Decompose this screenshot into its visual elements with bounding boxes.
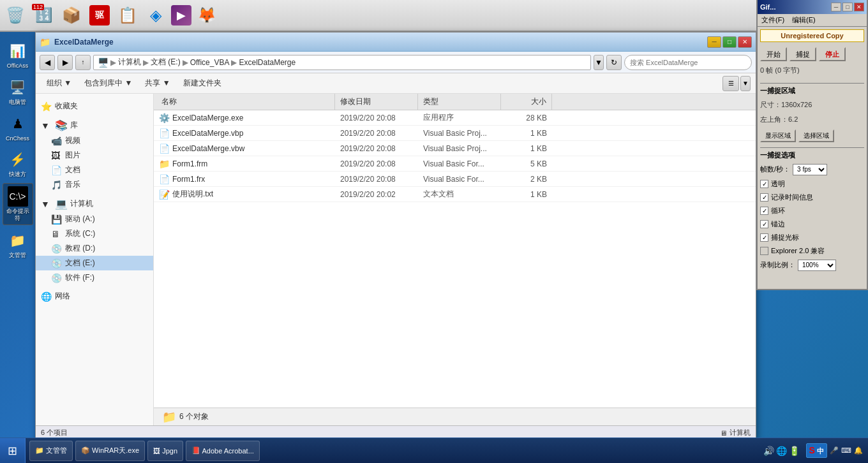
breadcrumb[interactable]: 🖥️ ▶ 计算机 ▶ 文档 (E:) ▶ Office_VBA ▶ ExcelD… xyxy=(93,55,591,70)
table-row[interactable]: 📄 ExcelDataMerge.vbw 2019/2/20 20:08 Vis… xyxy=(154,141,756,156)
nav-drive-e[interactable]: 💿 文档 (E:) xyxy=(36,256,153,270)
up-button[interactable]: ↑ xyxy=(75,55,91,70)
dropdown-button[interactable]: ▼ xyxy=(594,55,604,70)
app-112-icon[interactable]: 🔢 112 xyxy=(31,3,56,28)
file-type-cell: Visual Basic Proj... xyxy=(418,129,501,138)
app-vscode-icon[interactable]: ◈ xyxy=(143,3,168,28)
nav-photos[interactable]: 🖼 图片 xyxy=(36,148,153,163)
desktop-icon-cmd[interactable]: C:\> 命令提示符 xyxy=(3,183,33,225)
app-visual-studio-icon[interactable]: ▶ xyxy=(171,5,191,26)
col-header-name[interactable]: 名称 xyxy=(156,94,335,110)
view-dropdown-button[interactable]: ▼ xyxy=(740,76,751,91)
frame-info: 0 帧 (0 字节) xyxy=(760,65,864,77)
record-time-checkbox[interactable]: ✓ xyxy=(760,193,768,202)
nav-drive-a[interactable]: 💾 驱动 (A:) xyxy=(36,212,153,226)
tray-icon-3: 🔋 xyxy=(789,446,800,456)
input-icon-1[interactable]: 🎤 xyxy=(830,446,839,455)
table-row[interactable]: 📝 使用说明.txt 2019/2/20 20:02 文本文档 1 KB xyxy=(154,187,756,202)
recycle-bin-icon[interactable]: 🗑️ xyxy=(3,3,28,28)
gif-minimize-button[interactable]: ─ xyxy=(831,3,841,11)
language-button[interactable]: S 中 xyxy=(806,443,827,458)
file-size-cell: 1 KB xyxy=(501,190,552,199)
nav-library[interactable]: ▼ 📚 库 xyxy=(36,117,153,133)
include-library-button[interactable]: 包含到库中 ▼ xyxy=(79,75,138,92)
breadcrumb-computer[interactable]: 计算机 xyxy=(118,57,141,68)
select-area-button[interactable]: 选择区域 xyxy=(798,129,834,142)
stop-button[interactable]: 停止 xyxy=(819,47,846,61)
border-checkbox-row: ✓ 锚边 xyxy=(760,219,864,229)
table-row[interactable]: 📄 ExcelDataMerge.vbp 2019/2/20 20:08 Vis… xyxy=(154,126,756,141)
desktop-icon-officeass[interactable]: 📊 OfficAss xyxy=(3,38,33,72)
desktop-icon-cnchess[interactable]: ♟ CnChess xyxy=(3,111,33,145)
firefox-icon[interactable]: 🦊 xyxy=(194,3,220,28)
app-excel-icon[interactable]: 📋 xyxy=(115,3,140,28)
border-checkbox[interactable]: ✓ xyxy=(760,220,768,228)
table-row[interactable]: 📁 Form1.frm 2019/2/20 20:08 Visual Basic… xyxy=(154,156,756,172)
taskbar-item-jpgn[interactable]: 🖼 Jpgn xyxy=(147,441,183,461)
explorer-checkbox-row: Explorer 2.0 兼容 xyxy=(760,246,864,256)
transparent-checkbox[interactable]: ✓ xyxy=(760,180,768,188)
fps-select[interactable]: 3 fps 5 fps 10 fps xyxy=(793,164,827,175)
quicklaunch-label: 快速方 xyxy=(9,171,26,178)
table-row[interactable]: ⚙️ ExcelDataMerge.exe 2019/2/20 20:08 应用… xyxy=(154,110,756,126)
music-icon: 🎵 xyxy=(51,180,63,190)
photos-icon: 🖼 xyxy=(51,151,63,161)
nav-computer[interactable]: ▼ 💻 计算机 xyxy=(36,196,153,212)
close-button[interactable]: ✕ xyxy=(738,36,752,48)
app-box-icon[interactable]: 📦 xyxy=(59,3,84,28)
desktop-icon-filemanager[interactable]: 📁 文管管 xyxy=(3,228,33,261)
new-folder-button[interactable]: 新建文件夹 xyxy=(177,75,227,92)
nav-drive-d[interactable]: 💿 教程 (D:) xyxy=(36,241,153,256)
breadcrumb-drive[interactable]: 文档 (E:) xyxy=(151,57,181,68)
minimize-button[interactable]: ─ xyxy=(707,36,721,48)
app-drive-icon[interactable]: 驱 xyxy=(87,3,112,28)
library-expand-icon: ▼ xyxy=(41,121,52,131)
nav-network[interactable]: 🌐 网络 xyxy=(36,289,153,304)
toolbar: 组织 ▼ 包含到库中 ▼ 共享 ▼ 新建文件夹 ☰ ▼ xyxy=(36,73,756,94)
nav-drive-f[interactable]: 💿 软件 (F:) xyxy=(36,270,153,285)
breadcrumb-office[interactable]: Office_VBA xyxy=(190,58,230,67)
input-icon-3[interactable]: 🔔 xyxy=(854,446,863,455)
share-button[interactable]: 共享 ▼ xyxy=(139,75,176,92)
gif-menu-file[interactable]: 文件(F) xyxy=(760,15,786,25)
organize-button[interactable]: 组织 ▼ xyxy=(41,75,77,92)
breadcrumb-folder[interactable]: ExcelDataMerge xyxy=(239,58,296,67)
nav-favorites[interactable]: ⭐ 收藏夹 xyxy=(36,99,153,114)
record-ratio-row: 录制比例： 100% 75% 50% xyxy=(760,260,864,271)
view-list-button[interactable]: ☰ xyxy=(722,76,739,91)
taskbar-item-winrar[interactable]: 📦 WinRAR天.exe xyxy=(75,441,145,461)
explorer-checkbox[interactable] xyxy=(760,247,768,255)
desktop-icon-pcmanager[interactable]: 🖥️ 电脑管 xyxy=(3,75,33,108)
taskbar-item-filemanager[interactable]: 📁 文管管 xyxy=(29,441,73,461)
maximize-button[interactable]: □ xyxy=(722,36,737,48)
pcmanager-label: 电脑管 xyxy=(9,99,26,106)
refresh-button[interactable]: ↻ xyxy=(606,55,622,70)
record-ratio-select[interactable]: 100% 75% 50% xyxy=(798,260,836,271)
gif-menu-edit[interactable]: 编辑(E) xyxy=(791,15,817,25)
window-controls: ─ □ ✕ xyxy=(707,36,752,48)
capture-button[interactable]: 捕捉 xyxy=(789,47,816,61)
nav-video[interactable]: 📹 视频 xyxy=(36,133,153,148)
gif-close-button[interactable]: ✕ xyxy=(854,3,864,11)
col-header-type[interactable]: 类型 xyxy=(418,94,501,110)
desktop-icon-quicklaunch[interactable]: ⚡ 快速方 xyxy=(3,147,33,180)
address-bar: ◀ ▶ ↑ 🖥️ ▶ 计算机 ▶ 文档 (E:) ▶ Office_VBA ▶ … xyxy=(36,52,756,73)
show-area-button[interactable]: 显示区域 xyxy=(760,129,796,142)
input-icon-2[interactable]: ⌨ xyxy=(841,446,851,455)
nav-music[interactable]: 🎵 音乐 xyxy=(36,177,153,192)
start-button[interactable]: ⊞ xyxy=(0,438,26,464)
vbp-icon: 📄 xyxy=(159,128,170,138)
nav-documents[interactable]: 📄 文档 xyxy=(36,163,153,177)
nav-drive-c[interactable]: 🖥 系统 (C:) xyxy=(36,226,153,241)
forward-button[interactable]: ▶ xyxy=(57,55,73,70)
table-row[interactable]: 📄 Form1.frx 2019/2/20 20:08 Visual Basic… xyxy=(154,172,756,187)
loop-checkbox[interactable]: ✓ xyxy=(760,207,768,215)
taskbar-item-adobe[interactable]: 📕 Adobe Acrobat... xyxy=(186,441,260,461)
search-input[interactable] xyxy=(624,55,752,70)
col-header-date[interactable]: 修改日期 xyxy=(335,94,418,110)
back-button[interactable]: ◀ xyxy=(40,55,55,70)
cursor-checkbox[interactable]: ✓ xyxy=(760,233,768,242)
start-button[interactable]: 开始 xyxy=(760,47,787,61)
gif-maximize-button[interactable]: □ xyxy=(842,3,853,11)
col-header-size[interactable]: 大小 xyxy=(501,94,552,110)
